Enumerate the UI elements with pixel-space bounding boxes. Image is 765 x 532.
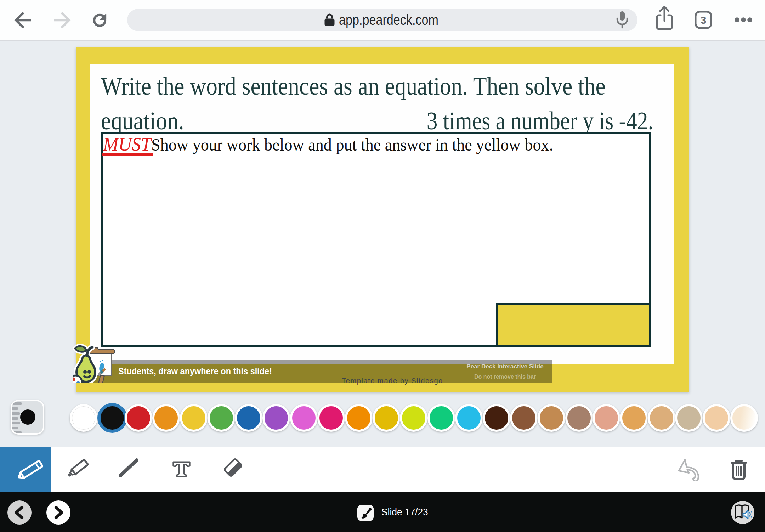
svg-text:3: 3 — [701, 14, 707, 26]
